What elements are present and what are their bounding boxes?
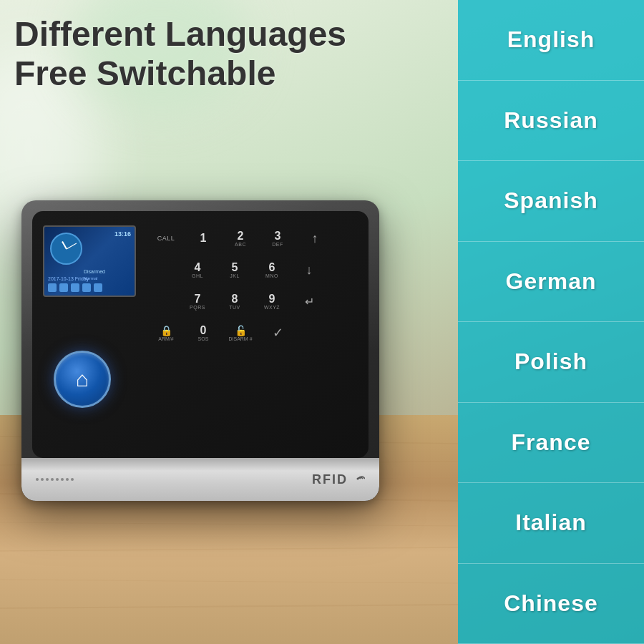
key-up[interactable]: ↑ [299,225,331,251]
key-arm[interactable]: 🔒 ARM/# [150,320,182,346]
lang-badge-spanish[interactable]: Spanish [458,161,644,242]
key-check[interactable]: ✓ [262,320,293,346]
lang-label-polish: Polish [514,348,587,375]
scene: Different Languages Free Switchable Engl… [0,0,644,644]
key-3[interactable]: 3 DEF [262,225,293,251]
screen-icon-3 [71,283,79,292]
key-7[interactable]: 7 PQRS [182,288,213,314]
svg-point-10 [357,477,359,479]
clock-minute-hand [66,243,76,249]
lang-label-russian: Russian [504,107,597,134]
key-2[interactable]: 2 ABC [225,225,256,251]
lang-badge-russian[interactable]: Russian [458,81,644,162]
screen-time-display: 13:16 [114,230,131,238]
header-line2: Free Switchable [14,54,275,92]
lang-label-english: English [507,26,595,53]
lang-badge-chinese[interactable]: Chinese [458,564,644,645]
speaker-dot-5 [56,478,59,481]
language-column: English Russian Spanish German Polish Fr… [458,0,644,644]
keypad-row-3: 7 PQRS 8 TUV 9 WXYZ ↵ [150,288,361,314]
key-5[interactable]: 5 JKL [219,257,250,283]
alarm-device: 13:16 Disarmed Normal 2017-10-13 Friday [21,200,379,501]
header-text-block: Different Languages Free Switchable [14,14,372,93]
lang-label-italian: Italian [515,509,586,536]
screen-icon-1 [48,283,57,292]
key-6[interactable]: 6 MNO [256,257,288,283]
device-screen: 13:16 Disarmed Normal 2017-10-13 Friday [43,225,136,297]
key-return[interactable]: ↵ [293,288,325,314]
screen-icon-4 [82,283,91,292]
lang-badge-english[interactable]: English [458,0,644,81]
key-4[interactable]: 4 GHL [182,257,213,283]
screen-icons-row [48,283,102,292]
rfid-symbol [351,472,365,487]
key-disarm[interactable]: 🔓 DISARM # [225,320,256,346]
lang-label-chinese: Chinese [504,590,597,617]
speaker-dot-2 [41,478,44,481]
speaker-dot-1 [36,478,39,481]
lang-badge-polish[interactable]: Polish [458,322,644,403]
keypad-row-4: 🔒 ARM/# 0 SOS 🔓 DISARM # ✓ [150,320,361,346]
key-9[interactable]: 9 WXYZ [256,288,288,314]
lang-label-german: German [506,268,597,295]
speaker-dot-6 [61,478,64,481]
lang-badge-france[interactable]: France [458,403,644,484]
rfid-label: RFID [312,472,348,487]
key-8[interactable]: 8 TUV [219,288,250,314]
header-line1: Different Languages [14,15,346,53]
touch-panel: 13:16 Disarmed Normal 2017-10-13 Friday [32,211,369,458]
header-title: Different Languages Free Switchable [14,14,372,93]
keypad-row-2: 4 GHL 5 JKL 6 MNO ↓ [150,257,361,283]
lang-badge-italian[interactable]: Italian [458,483,644,564]
key-call[interactable]: CALL [150,225,182,251]
key-1[interactable]: 1 [187,225,219,251]
home-button[interactable]: ⌂ [54,351,111,408]
lang-label-spanish: Spanish [504,187,597,214]
svg-line-5 [0,580,458,583]
lang-badge-german[interactable]: German [458,242,644,323]
key-0-sos[interactable]: 0 SOS [187,320,219,346]
key-down[interactable]: ↓ [293,257,325,283]
screen-icon-2 [59,283,68,292]
speaker-dot-8 [71,478,74,481]
svg-line-4 [0,547,458,551]
svg-line-6 [0,605,458,608]
rfid-section: RFID [312,472,365,487]
lang-label-france: France [512,429,591,456]
speaker-dot-3 [46,478,49,481]
keypad-row-1: CALL 1 2 ABC 3 DEF [150,225,361,251]
home-icon: ⌂ [76,367,89,391]
screen-icon-5 [94,283,102,292]
clock-hour-hand [62,241,67,249]
screen-date-display: 2017-10-13 Friday [48,276,89,281]
speaker-dot-7 [66,478,69,481]
device-wrapper: 13:16 Disarmed Normal 2017-10-13 Friday [21,200,401,530]
speaker-dot-4 [51,478,54,481]
silver-strip: RFID [21,458,379,501]
screen-clock [50,233,82,265]
keypad: CALL 1 2 ABC 3 DEF [150,225,361,444]
speaker-grille [36,478,74,481]
